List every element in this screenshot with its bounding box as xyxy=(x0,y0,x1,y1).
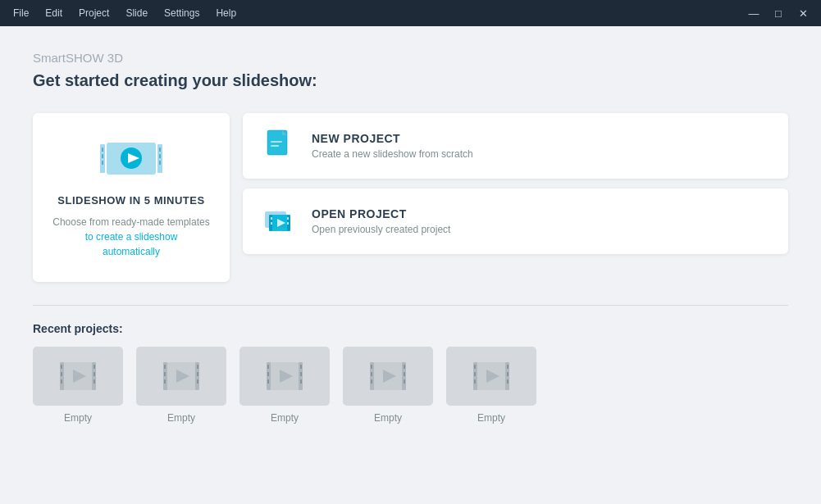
svg-rect-13 xyxy=(271,141,282,143)
titlebar: File Edit Project Slide Settings Help — … xyxy=(0,0,821,26)
cards-row: SLIDESHOW IN 5 MINUTES Choose from ready… xyxy=(33,113,788,282)
menu-file[interactable]: File xyxy=(7,4,35,22)
slideshow-play-icon xyxy=(98,136,164,181)
menu-edit[interactable]: Edit xyxy=(39,4,69,22)
svg-rect-52 xyxy=(300,379,302,384)
svg-rect-51 xyxy=(300,372,302,376)
svg-rect-32 xyxy=(94,379,95,384)
recent-item-1[interactable]: Empty xyxy=(33,347,123,424)
recent-label-2: Empty xyxy=(167,412,195,424)
svg-rect-49 xyxy=(267,379,269,384)
page-subtitle: Get started creating your slideshow: xyxy=(33,71,788,90)
recent-label-4: Empty xyxy=(374,412,402,424)
open-project-text: OPEN PROJECT Open previously created pro… xyxy=(312,207,450,235)
window-controls: — □ ✕ xyxy=(742,4,814,22)
svg-rect-42 xyxy=(197,379,198,384)
recent-thumb-1 xyxy=(33,347,123,406)
open-project-card[interactable]: OPEN PROJECT Open previously created pro… xyxy=(243,188,788,254)
app-name: SmartSHOW 3D xyxy=(33,51,788,65)
svg-rect-67 xyxy=(474,365,476,369)
svg-rect-31 xyxy=(94,372,95,376)
new-project-icon xyxy=(261,128,297,164)
close-button[interactable]: ✕ xyxy=(791,4,814,22)
svg-rect-62 xyxy=(404,379,405,384)
main-content: SmartSHOW 3D Get started creating your s… xyxy=(0,26,821,504)
section-divider xyxy=(33,305,788,306)
svg-rect-21 xyxy=(287,217,289,220)
menu-bar: File Edit Project Slide Settings Help xyxy=(7,4,243,22)
svg-rect-30 xyxy=(94,365,95,369)
menu-slide[interactable]: Slide xyxy=(119,4,154,22)
new-project-title: NEW PROJECT xyxy=(312,132,473,145)
recent-projects-title: Recent projects: xyxy=(33,322,788,335)
svg-rect-59 xyxy=(371,379,372,384)
recent-item-2[interactable]: Empty xyxy=(136,347,226,424)
action-cards: NEW PROJECT Create a new slideshow from … xyxy=(243,113,788,282)
recent-label-5: Empty xyxy=(477,412,505,424)
recent-thumb-3 xyxy=(239,347,330,406)
maximize-button[interactable]: □ xyxy=(767,4,790,22)
menu-help[interactable]: Help xyxy=(209,4,243,22)
minimize-button[interactable]: — xyxy=(742,4,765,22)
svg-rect-2 xyxy=(102,154,103,158)
svg-rect-69 xyxy=(474,379,476,384)
recent-label-1: Empty xyxy=(64,412,92,424)
svg-rect-58 xyxy=(371,372,372,376)
svg-rect-6 xyxy=(159,154,161,158)
svg-rect-50 xyxy=(300,365,302,369)
recent-item-3[interactable]: Empty xyxy=(239,347,330,424)
new-project-card[interactable]: NEW PROJECT Create a new slideshow from … xyxy=(243,113,788,179)
svg-rect-28 xyxy=(61,372,62,376)
open-project-icon xyxy=(261,203,297,239)
svg-rect-70 xyxy=(507,365,509,369)
svg-rect-14 xyxy=(271,145,279,147)
slideshow-5min-link[interactable]: to create a slideshow automatically xyxy=(85,231,178,257)
recent-thumb-4 xyxy=(343,347,433,406)
new-project-desc: Create a new slideshow from scratch xyxy=(312,148,473,160)
slideshow-5min-title: SLIDESHOW IN 5 MINUTES xyxy=(57,194,204,207)
svg-rect-38 xyxy=(164,372,166,376)
svg-rect-47 xyxy=(267,365,269,369)
svg-rect-39 xyxy=(164,379,166,384)
slideshow-5min-card[interactable]: SLIDESHOW IN 5 MINUTES Choose from ready… xyxy=(33,113,230,282)
recent-thumb-2 xyxy=(136,347,226,406)
svg-rect-27 xyxy=(61,365,62,369)
svg-rect-3 xyxy=(102,161,103,165)
svg-rect-37 xyxy=(164,365,166,369)
recent-projects-grid: Empty Empty xyxy=(33,347,788,424)
recent-item-4[interactable]: Empty xyxy=(343,347,433,424)
svg-rect-5 xyxy=(159,148,161,152)
svg-rect-29 xyxy=(61,379,62,384)
svg-rect-1 xyxy=(102,148,103,152)
svg-rect-48 xyxy=(267,372,269,376)
svg-rect-72 xyxy=(507,379,509,384)
recent-thumb-5 xyxy=(446,347,536,406)
open-project-title: OPEN PROJECT xyxy=(312,207,450,220)
svg-rect-60 xyxy=(404,365,405,369)
svg-rect-19 xyxy=(271,217,272,220)
new-project-text: NEW PROJECT Create a new slideshow from … xyxy=(312,132,473,160)
recent-label-3: Empty xyxy=(271,412,299,424)
svg-rect-20 xyxy=(271,222,272,225)
svg-rect-68 xyxy=(474,372,476,376)
svg-rect-41 xyxy=(197,372,198,376)
svg-rect-71 xyxy=(507,372,509,376)
svg-rect-57 xyxy=(371,365,372,369)
open-project-desc: Open previously created project xyxy=(312,224,450,235)
menu-project[interactable]: Project xyxy=(72,4,116,22)
svg-rect-22 xyxy=(287,222,289,225)
svg-rect-40 xyxy=(197,365,198,369)
recent-item-5[interactable]: Empty xyxy=(446,347,536,424)
slideshow-5min-desc: Choose from ready-made templates to crea… xyxy=(52,215,209,259)
menu-settings[interactable]: Settings xyxy=(157,4,206,22)
svg-rect-7 xyxy=(159,161,161,165)
svg-rect-61 xyxy=(404,372,405,376)
